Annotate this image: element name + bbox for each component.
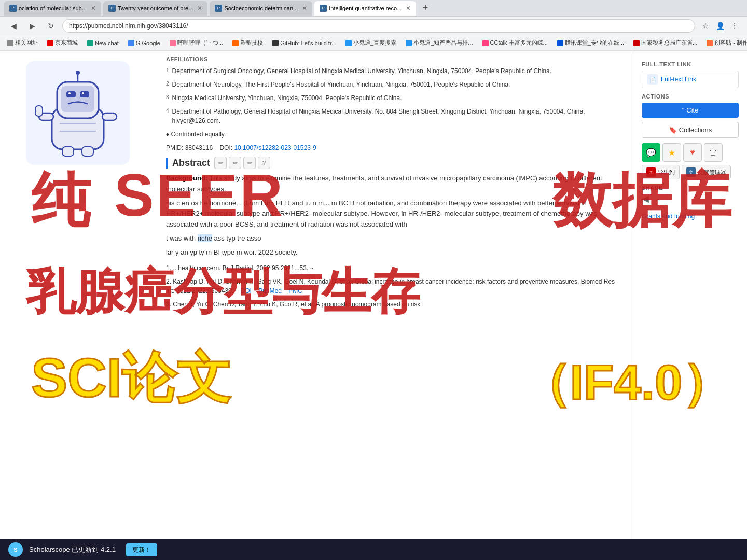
scholarscope-logo: S xyxy=(8,542,23,557)
star-icon[interactable]: ★ xyxy=(662,143,681,162)
tab-1-close[interactable]: ✕ xyxy=(91,5,96,12)
bookmark-google[interactable]: G Google xyxy=(125,39,163,47)
ref-2-pmc[interactable]: PMC xyxy=(288,287,302,295)
ref-1: 1. ...health concern. Br J Radiol. 2022;… xyxy=(166,263,622,273)
wechat-share-icon[interactable]: 💬 xyxy=(642,143,660,162)
contributed-equally: ♦ Contributed equally. xyxy=(166,130,622,139)
back-button[interactable]: ◀ xyxy=(6,19,21,33)
actions-section-label: ACTIONS xyxy=(642,93,739,100)
bookmarks-bar: 相关网址 京东商城 New chat G Google 哔哩哔哩（'・つ... … xyxy=(0,35,747,51)
abstract-para-1: Background: This study aims to examine t… xyxy=(166,173,622,195)
bookmark-favicon-2 xyxy=(47,40,53,46)
bookmark-related[interactable]: 相关网址 xyxy=(4,38,41,48)
abstract-para-3: t was with riche ass typ tre asso xyxy=(166,233,622,244)
export-button-1[interactable]: Z 导出到 xyxy=(642,165,680,179)
svg-rect-11 xyxy=(82,147,93,156)
collections-label: Collections xyxy=(679,126,712,134)
abstract-edit-1[interactable]: ✏ xyxy=(214,157,227,169)
left-sidebar xyxy=(0,51,156,539)
address-bar: ◀ ▶ ↻ https://pubmed.ncbi.nlm.nih.gov/38… xyxy=(0,17,747,35)
svg-rect-4 xyxy=(80,91,89,97)
bookmark-xiaoguitong2[interactable]: 小鬼通_知产严品与排... xyxy=(403,38,476,48)
full-text-link-box[interactable]: 📄 Full-text Link xyxy=(642,71,739,88)
abstract-edit-icons: ✏ ✏ ✏ ? xyxy=(214,157,270,169)
tab-3[interactable]: P Socioeconomic determinan... ✕ xyxy=(210,1,312,16)
grants-funding-link[interactable]: Grants and funding xyxy=(642,213,739,220)
abstract-edit-2[interactable]: ✏ xyxy=(229,157,241,169)
bookmark-newchat[interactable]: New chat xyxy=(84,39,122,47)
pmid-doi-row: PMID: 38043116 DOI: 10.1007/s12282-023-0… xyxy=(166,144,622,151)
bookmark-github[interactable]: GitHub: Let's build fr... xyxy=(269,39,339,47)
bookmarks-icon[interactable]: ☆ xyxy=(699,20,712,32)
tab-1[interactable]: P ociation of molecular sub... ✕ xyxy=(4,1,101,16)
abstract-title-text: Abstract xyxy=(166,158,210,169)
tab-2-favicon: P xyxy=(108,5,116,12)
bookmark-favicon-9 xyxy=(406,40,412,46)
export-button-2[interactable]: 文 文献管理器 xyxy=(682,165,731,179)
tab-4-close[interactable]: ✕ xyxy=(406,5,411,12)
url-input[interactable]: https://pubmed.ncbi.nlm.nih.gov/38043116… xyxy=(62,19,695,33)
tab-2-close[interactable]: ✕ xyxy=(197,5,202,12)
svg-point-13 xyxy=(76,71,80,75)
abstract-help-btn[interactable]: ? xyxy=(258,157,270,169)
highlighted-word: riche xyxy=(198,234,212,242)
bookmark-favicon-6 xyxy=(232,40,239,46)
pmid-text: PMID: 38043116 xyxy=(166,144,213,151)
doi-link[interactable]: 10.1007/s12282-023-01523-9 xyxy=(234,144,316,151)
svg-rect-10 xyxy=(62,147,74,156)
bookmark-jd[interactable]: 京东商城 xyxy=(44,38,81,48)
profile-icon[interactable]: 👤 xyxy=(714,20,726,32)
bookmark-favicon-5 xyxy=(170,40,176,46)
share-section-label: SHARE xyxy=(642,185,739,191)
abstract-section: Abstract ✏ ✏ ✏ ? Background: This study … xyxy=(166,157,622,258)
cite-quote-icon: " xyxy=(682,106,685,114)
svg-text:S: S xyxy=(13,547,17,553)
bookmark-bilibili[interactable]: 哔哩哔哩（'・つ... xyxy=(167,38,226,48)
svg-rect-6 xyxy=(82,92,84,94)
tab-3-close[interactable]: ✕ xyxy=(302,5,307,12)
affiliations-header: AFFILIATIONS xyxy=(166,51,622,62)
bookmark-favicon-1 xyxy=(7,40,13,46)
abstract-edit-3[interactable]: ✏ xyxy=(243,157,256,169)
bookmark-cctalk[interactable]: CCtalk 丰富多元的综... xyxy=(479,38,551,48)
ref-2-pubmed[interactable]: PubMed xyxy=(258,287,282,295)
bookmark-sujiao[interactable]: 塑塑技校 xyxy=(229,38,266,48)
collections-bookmark-icon: 🔖 xyxy=(669,126,677,134)
scholarscope-update-button[interactable]: 更新！ xyxy=(126,543,157,556)
affiliation-4: 4 Department of Pathology, General Hospi… xyxy=(166,107,622,125)
bookmark-xiaoguitong1[interactable]: 小鬼通_百度搜索 xyxy=(342,38,399,48)
bookmark-tax[interactable]: 国家税务总局广东省... xyxy=(630,38,700,48)
full-text-icon: 📄 xyxy=(647,74,658,85)
forward-button[interactable]: ▶ xyxy=(25,19,39,33)
tab-4[interactable]: P Intelligent quantitative reco... ✕ xyxy=(314,1,416,16)
full-text-section-label: FULL-TEXT LINK xyxy=(642,61,739,67)
browser-icon-group: ☆ 👤 ⋮ xyxy=(699,20,741,32)
full-text-link-text: Full-text Link xyxy=(661,76,696,83)
svg-rect-2 xyxy=(61,86,94,112)
heart-icon[interactable]: ♥ xyxy=(683,143,702,162)
bookmark-favicon-3 xyxy=(87,40,93,46)
more-options-icon[interactable]: ⋮ xyxy=(728,20,741,32)
page-content: AFFILIATIONS 1 Department of Surgical On… xyxy=(0,51,747,539)
bookmark-tengxun[interactable]: 腾讯课堂_专业的在线... xyxy=(554,38,627,48)
character-illustration xyxy=(26,61,130,165)
bookmark-favicon-13 xyxy=(707,40,713,46)
bookmark-favicon-8 xyxy=(345,40,352,46)
svg-rect-5 xyxy=(68,92,71,94)
doi-label: DOI: xyxy=(219,144,232,151)
affiliation-1: 1 Department of Surgical Oncology, Gener… xyxy=(166,66,622,76)
bookmark-chuangketie[interactable]: 创客贴 - 制作 - 设计无... xyxy=(703,38,747,48)
tab-2[interactable]: P Twenty-year outcome of pre... ✕ xyxy=(103,1,208,16)
cite-button[interactable]: " Cite xyxy=(642,103,739,118)
cite-label: Cite xyxy=(686,106,698,114)
reload-button[interactable]: ↻ xyxy=(44,19,58,33)
ref-2-doi[interactable]: DOI xyxy=(240,287,251,295)
trash-icon[interactable]: 🗑 xyxy=(704,143,723,162)
new-tab-button[interactable]: + xyxy=(418,1,433,16)
url-text: https://pubmed.ncbi.nlm.nih.gov/38043116… xyxy=(69,22,188,30)
share-arrow-icon: ◀ xyxy=(642,193,739,204)
collections-button[interactable]: 🔖 Collections xyxy=(642,122,739,138)
bookmark-favicon-4 xyxy=(128,40,134,46)
scholarscope-text: Scholarscope 已更新到 4.2.1 xyxy=(29,545,116,554)
main-content-area: AFFILIATIONS 1 Department of Surgical On… xyxy=(156,51,633,539)
